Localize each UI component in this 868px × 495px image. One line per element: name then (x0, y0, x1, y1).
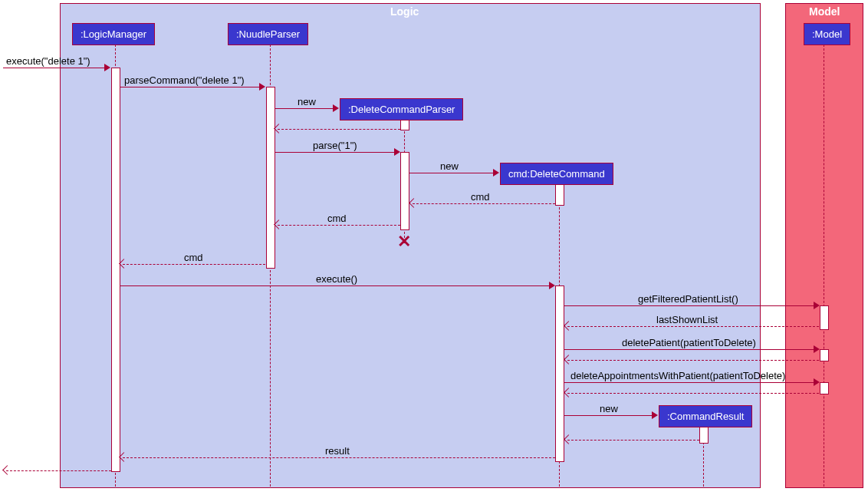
arrow-deleteappts (564, 382, 815, 383)
destroy-deletecommandparser: ✕ (397, 232, 411, 252)
arrow-executecall (120, 285, 551, 286)
arrow-execute (3, 68, 106, 68)
msg-new1: new (298, 96, 316, 107)
arrow-deleteappts-return (567, 393, 819, 394)
msg-lastshownlist: lastShownList (656, 314, 718, 325)
arrow-new3 (564, 415, 653, 416)
participant-deletecommandparser: :DeleteCommandParser (340, 98, 463, 120)
participant-commandresult: :CommandResult (659, 405, 752, 427)
arrow-parsecommand (120, 87, 261, 87)
arrow-result (123, 457, 555, 458)
arrow-new2 (409, 173, 495, 173)
arrow-final (6, 470, 111, 471)
msg-cmd2: cmd (327, 213, 347, 224)
participant-logicmanager: :LogicManager (72, 23, 155, 45)
arrowhead-new1 (333, 104, 339, 112)
arrow-cmd3 (123, 264, 265, 265)
msg-execute: execute("delete 1") (6, 55, 90, 67)
arrow-deletepatient-return (567, 360, 819, 361)
participant-nuudleparser: :NuudleParser (228, 23, 308, 45)
lifeline-model (824, 45, 824, 487)
arrow-cmd1 (413, 203, 555, 204)
activation-deletecommand-1 (555, 184, 564, 206)
arrowhead-new2 (493, 169, 499, 177)
participant-model: :Model (804, 23, 850, 45)
arrowhead-getfiltered (814, 302, 820, 309)
arrowhead-parse (394, 148, 400, 156)
arrow-return1 (278, 129, 400, 130)
msg-new2: new (440, 160, 459, 172)
msg-result: result (325, 445, 350, 457)
arrow-lastshownlist (567, 326, 819, 327)
msg-new3: new (600, 403, 618, 414)
arrow-new3-return (567, 440, 699, 441)
frame-model: Model (785, 3, 863, 488)
arrowhead-new3 (652, 411, 658, 419)
arrowhead-final (2, 465, 12, 475)
participant-deletecommand: cmd:DeleteCommand (500, 163, 613, 185)
arrow-cmd2 (278, 225, 400, 226)
msg-getfiltered: getFilteredPatientList() (638, 293, 738, 305)
arrowhead-parsecommand (259, 83, 265, 91)
msg-parsecommand: parseCommand("delete 1") (124, 74, 245, 86)
activation-deletecommand-2 (555, 285, 564, 462)
msg-deletepatient: deletePatient(patientToDelete) (622, 337, 756, 348)
activation-commandresult (699, 427, 709, 444)
activation-deletecommandparser-1 (400, 120, 409, 130)
msg-executecall: execute() (316, 273, 357, 285)
msg-cmd1: cmd (471, 191, 490, 203)
activation-deletecommandparser-2 (400, 152, 409, 230)
activation-logicmanager (111, 68, 120, 472)
arrowhead-execute (104, 64, 110, 71)
arrowhead-deletepatient (814, 345, 820, 353)
activation-nuudleparser (266, 87, 275, 269)
frame-model-label: Model (809, 4, 840, 19)
arrow-deletepatient (564, 349, 815, 350)
arrow-parse (275, 152, 396, 153)
activation-model-1 (820, 305, 829, 330)
msg-parse: parse("1") (313, 140, 357, 151)
arrowhead-executecall (549, 282, 555, 289)
arrow-new1 (275, 108, 334, 109)
activation-model-2 (820, 349, 829, 361)
frame-logic-label: Logic (390, 4, 419, 19)
msg-cmd3: cmd (184, 252, 203, 263)
arrow-getfiltered (564, 305, 815, 306)
arrowhead-deleteappts (814, 378, 820, 386)
msg-deleteappts: deleteAppointmentsWithPatient(patientToD… (570, 370, 785, 381)
activation-model-3 (820, 382, 829, 394)
